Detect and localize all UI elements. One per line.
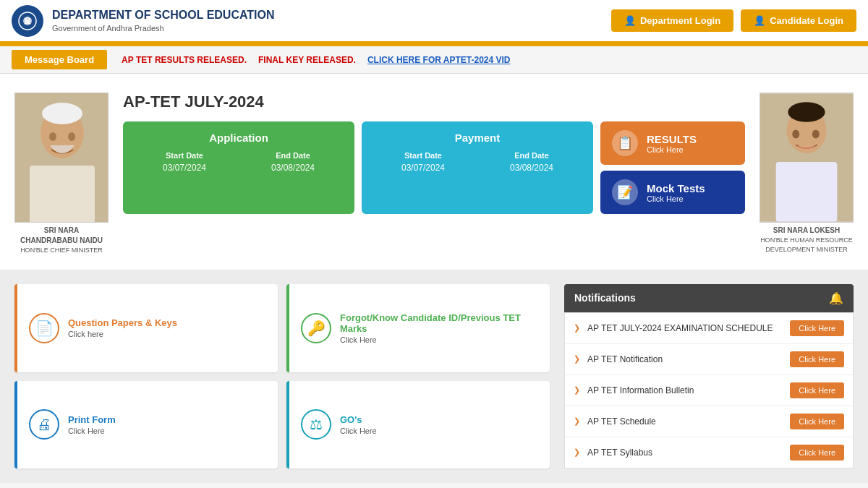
pay-start-col: Start Date 03/07/2024 [372, 151, 475, 173]
results-card[interactable]: 📋 RESULTS Click Here [600, 121, 745, 165]
dept-login-icon: 👤 [624, 15, 636, 26]
msg-aptet-link[interactable]: CLICK HERE FOR APTET-2024 VID [367, 55, 511, 65]
msg-final-key: FINAL KEY RELEASED. [258, 55, 356, 65]
application-dates: Start Date 03/07/2024 End Date 03/08/202… [133, 151, 344, 173]
forgot-id-sub: Click Here [340, 335, 538, 344]
notif-item-1: ❯ AP TET JULY-2024 EXAMINATION SCHEDULE … [565, 313, 853, 344]
quick-link-gos[interactable]: ⚖ GO's Click Here [286, 381, 550, 468]
notif-text-4: AP TET Schedule [587, 416, 783, 427]
right-cards: 📋 RESULTS Click Here 📝 Mock Tests Click … [600, 121, 745, 214]
message-ticker: AP TET RESULTS RELEASED. FINAL KEY RELEA… [122, 55, 856, 65]
quick-link-forgot-id[interactable]: 🔑 Forgot/Know Candidate ID/Previous TET … [286, 284, 550, 373]
payment-card-title: Payment [372, 132, 583, 144]
cards-row: Application Start Date 03/07/2024 End Da… [123, 121, 745, 214]
svg-point-14 [792, 130, 799, 139]
header-title-block: DEPARTMENT OF SCHOOL EDUCATION Governmen… [52, 8, 275, 33]
chevron-icon-2: ❯ [574, 354, 580, 364]
notif-btn-3[interactable]: Click Here [790, 382, 844, 398]
header-logo-icon: 🏛 [12, 5, 43, 37]
qp-keys-sub: Click here [68, 330, 177, 338]
payment-card[interactable]: Payment Start Date 03/07/2024 End Date 0… [362, 121, 593, 214]
notif-text-3: AP TET Information Bulletin [587, 385, 783, 395]
svg-text:🏛: 🏛 [24, 17, 31, 25]
results-title: RESULTS [647, 133, 697, 145]
chevron-icon-4: ❯ [574, 416, 580, 426]
qp-keys-icon: 📄 [29, 313, 59, 343]
left-photo-image [14, 93, 109, 223]
svg-point-12 [788, 102, 825, 122]
app-end-label: End Date [242, 151, 344, 160]
print-form-text: Print Form Click Here [68, 414, 116, 435]
results-sub: Click Here [647, 145, 697, 154]
quick-link-print-form[interactable]: 🖨 Print Form Click Here [14, 381, 278, 468]
aptet-center: AP-TET JULY-2024 Application Start Date … [123, 93, 745, 214]
application-card-title: Application [133, 132, 344, 144]
right-photo-caption: SRI NARA LOKESH HON'BLE HUMAN RESOURCE D… [760, 226, 854, 254]
print-form-title: Print Form [68, 414, 116, 425]
main-content: SRI NARA CHANDRABABU NAIDU HON'BLE CHIEF… [0, 74, 868, 270]
notif-item-2: ❯ AP TET Notification Click Here [565, 344, 853, 375]
print-form-icon: 🖨 [29, 409, 59, 440]
notif-item-5: ❯ AP TET Syllabus Click Here [565, 437, 853, 468]
pay-start-label: Start Date [372, 151, 475, 160]
notifications-body: ❯ AP TET JULY-2024 EXAMINATION SCHEDULE … [564, 312, 854, 468]
svg-rect-7 [30, 166, 95, 223]
forgot-id-title: Forgot/Know Candidate ID/Previous TET Ma… [340, 312, 538, 334]
notif-btn-4[interactable]: Click Here [790, 414, 844, 429]
mock-text: Mock Tests Click Here [647, 182, 705, 203]
pay-end-value: 03/08/2024 [480, 163, 583, 173]
left-photo-caption: SRI NARA CHANDRABABU NAIDU HON'BLE CHIEF… [14, 226, 109, 255]
gos-text: GO's Click Here [340, 414, 377, 435]
department-login-button[interactable]: 👤 Department Login [611, 9, 733, 32]
quick-links: 📄 Question Papers & Keys Click here 🔑 Fo… [14, 284, 550, 468]
header-buttons: 👤 Department Login 👤 Candidate Login [611, 9, 856, 32]
right-photo-name: SRI NARA LOKESH [760, 226, 854, 236]
notif-text-2: AP TET Notification [587, 354, 783, 364]
svg-rect-13 [776, 162, 838, 222]
notif-btn-5[interactable]: Click Here [790, 445, 844, 461]
candidate-login-button[interactable]: 👤 Candidate Login [741, 9, 856, 32]
notif-item-4: ❯ AP TET Schedule Click Here [565, 406, 853, 437]
bell-icon: 🔔 [829, 291, 843, 305]
left-photo-name: SRI NARA CHANDRABABU NAIDU [14, 226, 109, 246]
notifications-title: Notifications [574, 292, 636, 304]
aptet-section: SRI NARA CHANDRABABU NAIDU HON'BLE CHIEF… [14, 85, 854, 270]
forgot-id-icon: 🔑 [301, 313, 331, 343]
app-end-value: 03/08/2024 [242, 163, 344, 173]
right-photo-block: SRI NARA LOKESH HON'BLE HUMAN RESOURCE D… [760, 93, 854, 254]
svg-point-15 [812, 130, 820, 139]
app-start-col: Start Date 03/07/2024 [133, 151, 236, 173]
application-card[interactable]: Application Start Date 03/07/2024 End Da… [123, 121, 354, 214]
results-icon: 📋 [612, 130, 638, 156]
pay-end-col: End Date 03/08/2024 [480, 151, 583, 173]
gos-icon: ⚖ [301, 409, 331, 440]
quick-link-qp-keys[interactable]: 📄 Question Papers & Keys Click here [14, 284, 278, 373]
pay-start-value: 03/07/2024 [372, 163, 475, 173]
gos-title: GO's [340, 414, 377, 425]
svg-point-6 [42, 103, 82, 124]
cand-login-icon: 👤 [754, 15, 765, 26]
notif-item-3: ❯ AP TET Information Bulletin Click Here [565, 375, 853, 406]
pay-end-label: End Date [480, 151, 583, 160]
results-text: RESULTS Click Here [647, 133, 697, 154]
print-form-sub: Click Here [68, 427, 116, 435]
gos-sub: Click Here [340, 427, 377, 435]
header-left: 🏛 DEPARTMENT OF SCHOOL EDUCATION Governm… [12, 5, 275, 37]
dept-subtitle: Government of Andhra Pradesh [52, 23, 275, 33]
mock-tests-card[interactable]: 📝 Mock Tests Click Here [600, 171, 745, 214]
mock-sub: Click Here [647, 194, 705, 203]
notif-btn-1[interactable]: Click Here [790, 320, 844, 336]
bottom-section: 📄 Question Papers & Keys Click here 🔑 Fo… [0, 270, 868, 483]
msg-results-released: AP TET RESULTS RELEASED. [122, 55, 247, 65]
right-photo-role: HON'BLE HUMAN RESOURCE DEVELOPMENT MINIS… [760, 236, 854, 254]
left-photo-role: HON'BLE CHIEF MINISTER [14, 246, 109, 255]
notifications-panel: Notifications 🔔 ❯ AP TET JULY-2024 EXAMI… [564, 284, 854, 468]
notif-text-5: AP TET Syllabus [587, 448, 783, 458]
notif-text-1: AP TET JULY-2024 EXAMINATION SCHEDULE [587, 323, 783, 333]
app-start-value: 03/07/2024 [133, 163, 236, 173]
notif-btn-2[interactable]: Click Here [790, 351, 844, 367]
message-board-button[interactable]: Message Board [12, 50, 107, 69]
mock-title: Mock Tests [647, 182, 705, 194]
left-photo-block: SRI NARA CHANDRABABU NAIDU HON'BLE CHIEF… [14, 93, 109, 255]
chevron-icon-5: ❯ [574, 448, 580, 457]
